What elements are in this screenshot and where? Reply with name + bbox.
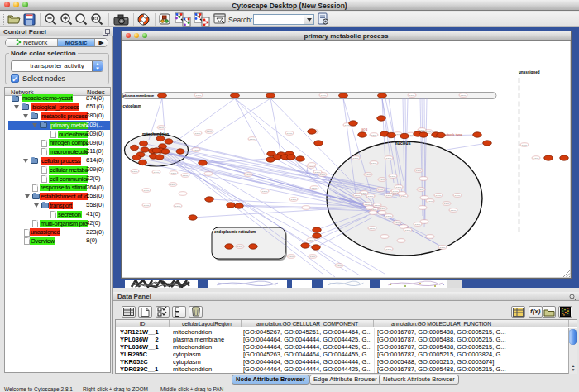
svg-text:GO:00: GO:00 — [378, 189, 384, 190]
svg-text:GO:00: GO:00 — [321, 94, 327, 96]
svg-text:cytoplasm: cytoplasm — [123, 104, 141, 108]
svg-text:GO:00: GO:00 — [400, 193, 405, 194]
svg-text:GO:00: GO:00 — [380, 212, 385, 213]
svg-text:GO:00: GO:00 — [144, 204, 150, 206]
svg-text:GO:00: GO:00 — [401, 226, 407, 227]
svg-text:GO:00: GO:00 — [366, 174, 371, 175]
svg-text:GO:00: GO:00 — [171, 172, 177, 174]
svg-text:GO:00: GO:00 — [183, 174, 189, 176]
svg-text:GO:00: GO:00 — [310, 256, 316, 257]
svg-text:GO:00: GO:00 — [206, 173, 212, 174]
svg-text:GO:00: GO:00 — [367, 207, 373, 208]
svg-text:GO:00: GO:00 — [428, 236, 433, 237]
svg-text:GO:00: GO:00 — [291, 198, 297, 200]
svg-text:GO:00: GO:00 — [380, 208, 386, 209]
svg-text:nucleus: nucleus — [395, 141, 411, 146]
svg-text:unassigned: unassigned — [519, 70, 540, 74]
svg-text:GO:00: GO:00 — [393, 190, 399, 192]
svg-text:endoplasmic reticulum: endoplasmic reticulum — [214, 230, 256, 234]
svg-text:GO:00: GO:00 — [237, 246, 243, 247]
svg-text:GO:00: GO:00 — [175, 205, 181, 207]
svg-text:GO:00: GO:00 — [154, 171, 160, 173]
svg-text:GO:00: GO:00 — [426, 131, 432, 132]
svg-text:GO:00: GO:00 — [312, 187, 318, 189]
svg-text:GO:00: GO:00 — [451, 209, 457, 211]
svg-text:GO:00: GO:00 — [419, 189, 424, 190]
svg-text:GO:00: GO:00 — [409, 94, 415, 96]
svg-text:GO:00: GO:00 — [415, 223, 421, 225]
svg-text:GO:00: GO:00 — [320, 174, 326, 175]
svg-text:GO:00: GO:00 — [375, 204, 380, 206]
svg-text:GO:00: GO:00 — [405, 229, 411, 231]
svg-text:GO:00: GO:00 — [419, 129, 425, 131]
svg-text:mitochondrion: mitochondrion — [142, 132, 169, 136]
svg-text:GO:00: GO:00 — [395, 222, 400, 223]
svg-text:GO:00: GO:00 — [368, 195, 374, 197]
svg-text:GO:00: GO:00 — [262, 190, 268, 192]
svg-text:GO:00: GO:00 — [461, 94, 467, 96]
svg-text:GO:00: GO:00 — [386, 248, 392, 250]
svg-text:GO:00: GO:00 — [194, 149, 199, 151]
svg-text:GO:00: GO:00 — [365, 203, 371, 205]
svg-text:GO:00: GO:00 — [370, 227, 376, 229]
svg-text:GO:00: GO:00 — [371, 212, 376, 213]
svg-text:GO:00: GO:00 — [195, 132, 201, 134]
svg-text:GO:4: GO:4 — [361, 128, 368, 131]
svg-text:GO:00: GO:00 — [522, 144, 528, 146]
svg-text:GO:00: GO:00 — [246, 174, 251, 175]
svg-text:GO:00: GO:00 — [416, 170, 422, 171]
svg-text:GO:00: GO:00 — [315, 171, 321, 173]
svg-text:GO:00: GO:00 — [180, 193, 186, 194]
svg-text:GO:00: GO:00 — [440, 246, 446, 248]
svg-text:GO:00: GO:00 — [422, 221, 428, 222]
svg-text:GO:00: GO:00 — [196, 94, 202, 96]
svg-text:GO:00: GO:00 — [390, 175, 396, 177]
svg-text:GO:00: GO:00 — [371, 134, 377, 136]
svg-text:GO:00: GO:00 — [444, 203, 450, 204]
svg-text:GO:00: GO:00 — [396, 186, 402, 188]
svg-text:GO:00: GO:00 — [421, 178, 427, 179]
svg-text:GO:00: GO:00 — [380, 179, 385, 180]
svg-text:GO:00: GO:00 — [386, 215, 392, 217]
svg-text:GO:00: GO:00 — [399, 240, 404, 241]
svg-text:GO:00: GO:00 — [309, 164, 315, 165]
svg-text:GO:00: GO:00 — [132, 170, 138, 172]
svg-text:GO:00: GO:00 — [382, 236, 388, 237]
svg-text:GO:00: GO:00 — [309, 239, 314, 241]
svg-text:GO:00: GO:00 — [289, 256, 294, 257]
svg-text:GO:00: GO:00 — [395, 133, 401, 135]
svg-text:GO:00: GO:00 — [170, 184, 176, 185]
svg-text:GO:00: GO:00 — [386, 157, 392, 159]
svg-text:GO:00: GO:00 — [422, 197, 428, 198]
svg-text:GO:00: GO:00 — [144, 189, 150, 191]
svg-text:GO:00: GO:00 — [371, 162, 377, 164]
svg-text:GO:00: GO:00 — [353, 157, 359, 159]
svg-text:GO:00: GO:00 — [304, 207, 309, 208]
svg-text:GO:00: GO:00 — [159, 127, 165, 128]
svg-text:GO:00: GO:00 — [428, 200, 433, 202]
svg-text:GO:00: GO:00 — [355, 194, 361, 196]
svg-text:GO:00: GO:00 — [207, 131, 213, 132]
svg-text:GO:00: GO:00 — [534, 157, 539, 159]
svg-text:GO:00: GO:00 — [361, 192, 367, 194]
svg-text:GO:00: GO:00 — [250, 138, 256, 140]
svg-text:GO:00: GO:00 — [337, 265, 342, 266]
svg-text:GO:00: GO:00 — [436, 194, 442, 196]
svg-text:GO:00: GO:00 — [287, 132, 293, 134]
svg-text:GO:00: GO:00 — [455, 194, 461, 196]
svg-text:GO:00: GO:00 — [420, 207, 426, 208]
svg-text:GO:00: GO:00 — [386, 194, 392, 196]
svg-text:plasma membrane: plasma membrane — [123, 93, 155, 98]
